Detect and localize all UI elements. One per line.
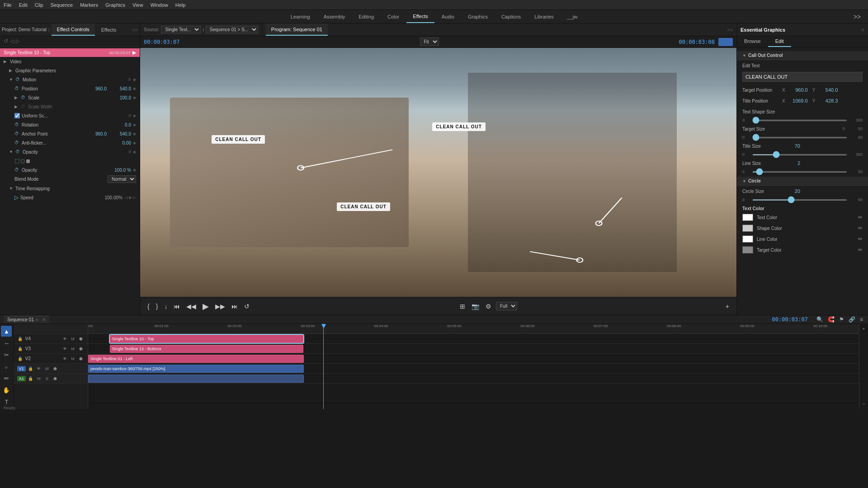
timeline-ruler[interactable]: 00:00 00:01:00 00:02:00 00:03:00 00:04:0… (88, 324, 859, 334)
eg-tab-edit[interactable]: Edit (768, 36, 791, 47)
target-color-swatch[interactable] (742, 246, 753, 253)
menu-help[interactable]: Help (175, 2, 186, 8)
eg-section-circle[interactable]: ▼ Circle (737, 177, 868, 186)
position-y[interactable]: 540.0 (108, 86, 131, 91)
shape-color-swatch[interactable] (742, 225, 753, 232)
add-marker-btn[interactable]: + (724, 301, 731, 312)
v3-expand-btn[interactable]: ⬣ (78, 346, 84, 352)
v2-eye-btn[interactable]: 👁 (61, 356, 68, 362)
tool-slip[interactable]: ⬦ (1, 361, 12, 372)
target-x-value[interactable]: 960.0 (790, 87, 808, 93)
workspace-graphics[interactable]: Graphics (462, 10, 494, 23)
rotation-stopwatch[interactable]: ⏱ (14, 122, 20, 127)
menu-file[interactable]: File (4, 2, 12, 8)
a1-mute-btn[interactable]: M (36, 375, 42, 382)
settings-btn[interactable]: ⚙ (484, 301, 493, 312)
left-next-icon[interactable]: ▷ (16, 38, 20, 44)
go-to-in-btn[interactable]: ⏮ (172, 301, 182, 312)
workspace-learning[interactable]: Learning (284, 10, 316, 23)
line-color-eyedropper[interactable]: ✏ (858, 236, 863, 242)
motion-keyframe[interactable]: ◈ (133, 77, 136, 82)
blend-mode-select[interactable]: Normal (108, 175, 136, 183)
tl-zoom-in[interactable]: − (861, 401, 866, 407)
line-size-slider[interactable] (752, 171, 847, 173)
go-to-out-btn[interactable]: ⏭ (230, 301, 240, 312)
tl-marker-btn[interactable]: ⚑ (838, 315, 845, 324)
v4-eye-btn[interactable]: 👁 (61, 336, 68, 342)
scale-expand[interactable]: ▶ (14, 95, 19, 100)
step-forward-btn[interactable]: ▶▶ (213, 301, 227, 312)
clip-v2-textline01[interactable]: Single Textline 01 - Left (88, 355, 304, 363)
a1-lock-btn[interactable]: 🔒 (28, 375, 34, 382)
v3-eye-btn[interactable]: 👁 (61, 346, 68, 352)
mark-out-btn[interactable]: } (154, 301, 160, 312)
clip-header-expand[interactable]: ▶ (132, 50, 136, 56)
circle-size-value[interactable]: 20 (782, 188, 800, 194)
menu-window[interactable]: Window (151, 2, 168, 8)
opacity-blend-icon3[interactable]: ◼ (26, 158, 30, 164)
tab-effects[interactable]: Effects (96, 23, 122, 36)
step-back-btn[interactable]: ◀◀ (184, 301, 198, 312)
v1-lock-btn[interactable]: 🔒 (28, 366, 34, 372)
text-color-eyedropper[interactable]: ✏ (858, 214, 863, 221)
source-dropdown[interactable]: Single Text... (161, 26, 201, 33)
eg-section-callout[interactable]: ▼ Call Out Control (737, 51, 868, 60)
sequence-dropdown[interactable]: Sequence 01 > S... (206, 26, 258, 33)
motion-expand[interactable]: ▼ (9, 77, 14, 82)
position-stopwatch[interactable]: ⏱ (14, 86, 20, 91)
program-safe-btn[interactable] (718, 38, 733, 46)
anchor-stopwatch[interactable]: ⏱ (14, 131, 20, 136)
safe-margins-btn[interactable]: ⊞ (458, 301, 467, 312)
speed-value[interactable]: 100.00% (100, 195, 123, 200)
opacity-val-keyframe[interactable]: ◈ (133, 168, 136, 172)
workspace-editing[interactable]: Editing (352, 10, 380, 23)
title-size-slider[interactable] (752, 154, 847, 155)
anchor-y[interactable]: 540.0 (108, 131, 131, 136)
anti-flicker-value[interactable]: 0.00 (108, 141, 131, 145)
tl-search-btn[interactable]: 🔍 (815, 315, 825, 324)
panel-more-program[interactable]: >> (727, 27, 733, 33)
shape-color-eyedropper[interactable]: ✏ (858, 225, 863, 231)
tool-selection[interactable]: ▲ (1, 326, 12, 337)
tr-expand[interactable]: ▼ (9, 186, 14, 191)
clip-a1[interactable] (88, 375, 304, 383)
sw-stopwatch[interactable]: ⏱ (21, 104, 26, 109)
title-x-value[interactable]: 1069.0 (790, 98, 808, 103)
opacity-stopwatch[interactable]: ⏱ (15, 149, 21, 155)
tool-track[interactable]: ↔ (1, 338, 12, 348)
scale-stopwatch[interactable]: ⏱ (21, 95, 26, 100)
menu-view[interactable]: View (132, 2, 143, 8)
opacity-expand[interactable]: ▼ (9, 150, 14, 154)
menu-sequence[interactable]: Sequence (51, 2, 73, 8)
tool-pen[interactable]: ✏ (1, 373, 12, 384)
tl-link-btn[interactable]: 🔗 (847, 315, 857, 324)
workspace-color[interactable]: Color (381, 10, 406, 23)
workspace-libraries[interactable]: Libraries (528, 10, 560, 23)
target-y-value[interactable]: 540.0 (820, 87, 838, 93)
v3-lock-btn[interactable]: 🔒 (17, 346, 24, 352)
gp-expand[interactable]: ▶ (9, 68, 14, 73)
a1-expand-btn[interactable]: ⬣ (52, 375, 58, 382)
mark-in-btn[interactable]: { (146, 301, 151, 312)
circle-size-slider[interactable] (752, 199, 847, 201)
edit-text-input[interactable] (742, 72, 863, 82)
text-shape-size-slider[interactable] (752, 120, 847, 121)
line-color-swatch[interactable] (742, 235, 753, 243)
tab-effect-controls[interactable]: Effect Controls (52, 23, 95, 36)
target-size-slider[interactable] (752, 137, 847, 138)
workspace-audio[interactable]: Audio (435, 10, 461, 23)
anchor-x[interactable]: 960.0 (84, 131, 107, 136)
opacity-icons[interactable]: ↺ ◈ (128, 150, 136, 154)
timeline-playhead[interactable] (323, 324, 324, 409)
loop-btn[interactable]: ↺ (242, 301, 251, 312)
left-reset-icon[interactable]: ↺ (4, 38, 8, 44)
v2-lock-btn[interactable]: 🔒 (17, 356, 24, 362)
menu-markers[interactable]: Markers (80, 2, 98, 8)
tl-settings-btn[interactable]: ≡ (859, 315, 864, 324)
video-expand[interactable]: ▶ (4, 59, 8, 64)
line-size-value[interactable]: 2 (782, 160, 800, 166)
insert-btn[interactable]: ↓ (162, 301, 169, 312)
workspace-more[interactable]: >> (854, 13, 861, 20)
title-y-value[interactable]: 428.3 (820, 98, 838, 103)
tab-program[interactable]: Program: Sequence 01 (266, 23, 328, 36)
